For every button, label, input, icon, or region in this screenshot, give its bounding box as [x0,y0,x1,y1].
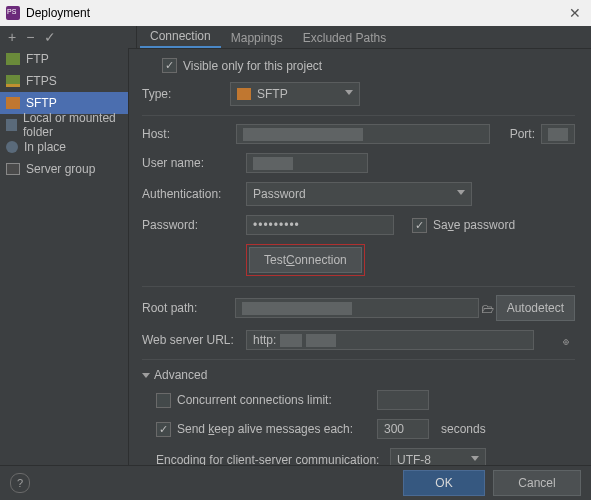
port-label: Port: [510,127,535,141]
tab-connection[interactable]: Connection [140,25,221,48]
add-icon[interactable]: + [8,29,16,45]
folder-icon [6,119,17,131]
titlebar: Deployment ✕ [0,0,591,26]
ok-button[interactable]: OK [403,470,485,496]
web-url-input[interactable]: http: [246,330,534,350]
open-browser-icon[interactable]: 🜨 [557,331,575,349]
advanced-section-header[interactable]: Advanced [142,368,575,382]
sidebar-item-servergroup[interactable]: Server group [0,158,128,180]
keepalive-label: Send keep alive messages each: [177,422,377,436]
chevron-down-icon [457,190,465,195]
remove-icon[interactable]: − [26,29,34,45]
sidebar-item-label: Server group [26,162,95,176]
type-value: SFTP [257,87,288,101]
ftps-icon [6,75,20,87]
web-url-label: Web server URL: [142,333,246,347]
advanced-label: Advanced [154,368,207,382]
visible-only-label: Visible only for this project [183,59,322,73]
auth-combo[interactable]: Password [246,182,472,206]
concurrent-checkbox[interactable] [156,393,171,408]
save-password-checkbox[interactable] [412,218,427,233]
sftp-icon [6,97,20,109]
sftp-icon [237,88,251,100]
keepalive-input[interactable] [377,419,429,439]
auth-label: Authentication: [142,187,246,201]
type-combo[interactable]: SFTP [230,82,360,106]
sidebar-item-label: FTP [26,52,49,66]
concurrent-label: Concurrent connections limit: [177,393,377,407]
help-button[interactable]: ? [10,473,30,493]
sidebar-item-label: SFTP [26,96,57,110]
close-icon[interactable]: ✕ [565,5,585,21]
seconds-label: seconds [441,422,486,436]
username-label: User name: [142,156,246,170]
chevron-down-icon [471,456,479,461]
host-label: Host: [142,127,236,141]
auth-value: Password [253,187,306,201]
chevron-down-icon [345,90,353,95]
footer: ? OK Cancel [0,465,591,500]
sidebar-item-label: FTPS [26,74,57,88]
sidebar-item-label: In place [24,140,66,154]
side-toolbar: + − ✓ [0,26,137,49]
sidebar-item-label: Local or mounted folder [23,111,122,139]
sidebar-item-local[interactable]: Local or mounted folder [0,114,128,136]
concurrent-input[interactable] [377,390,429,410]
tab-mappings[interactable]: Mappings [221,27,293,48]
root-path-label: Root path: [142,301,235,315]
inplace-icon [6,141,18,153]
cancel-button[interactable]: Cancel [493,470,581,496]
port-input[interactable] [541,124,575,144]
tab-bar: Connection Mappings Excluded Paths [128,26,591,49]
username-input[interactable] [246,153,368,173]
sidebar-item-ftp[interactable]: FTP [0,48,128,70]
host-input[interactable] [236,124,490,144]
tab-excluded-paths[interactable]: Excluded Paths [293,27,396,48]
encoding-combo[interactable]: UTF-8 [390,448,486,466]
visible-only-checkbox[interactable] [162,58,177,73]
test-connection-highlight: Test Connection [246,244,365,276]
test-connection-button[interactable]: Test Connection [249,247,362,273]
sidebar-item-inplace[interactable]: In place [0,136,128,158]
root-path-input[interactable] [235,298,479,318]
window-title: Deployment [26,6,90,20]
app-icon [6,6,20,20]
keepalive-checkbox[interactable] [156,422,171,437]
type-label: Type: [142,87,230,101]
ftp-icon [6,53,20,65]
save-password-label: Save password [433,218,515,232]
password-input[interactable]: ••••••••• [246,215,394,235]
content-panel: Visible only for this project Type: SFTP… [128,48,591,466]
check-icon[interactable]: ✓ [44,29,56,45]
sidebar-item-ftps[interactable]: FTPS [0,70,128,92]
sidebar: FTP FTPS SFTP Local or mounted folder In… [0,48,129,466]
browse-folder-icon[interactable]: 🗁 [479,299,495,317]
group-icon [6,163,20,175]
autodetect-button[interactable]: Autodetect [496,295,575,321]
password-label: Password: [142,218,246,232]
chevron-down-icon [142,373,150,378]
